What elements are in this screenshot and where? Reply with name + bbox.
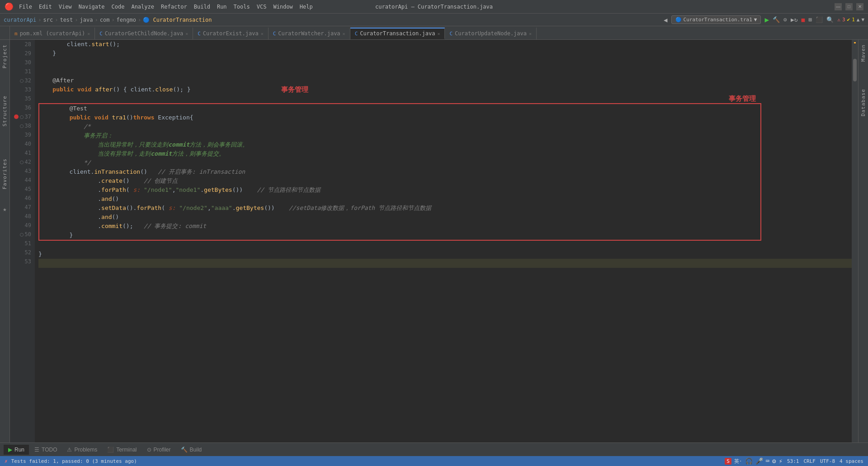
code-editor[interactable]: client.start(); } @After public void aft…: [35, 40, 852, 442]
maximize-button[interactable]: □: [845, 3, 853, 10]
bottom-tab-problems[interactable]: ⚠ Problems: [62, 445, 102, 455]
tab-close-getchild[interactable]: ✕: [185, 31, 188, 36]
coverage-icon[interactable]: ⊙: [783, 16, 787, 23]
breadcrumb-project[interactable]: curatorApi: [4, 17, 36, 23]
tab-updatenode[interactable]: C CuratorUpdateNode.java ✕: [445, 28, 537, 39]
tab-icon-transaction: C: [355, 31, 358, 37]
bottom-tab-build[interactable]: 🔨 Build: [176, 445, 207, 455]
menu-refactor[interactable]: Refactor: [161, 4, 187, 10]
vertical-scrollbar[interactable]: [852, 40, 858, 442]
settings-status-icon: ⚙: [772, 457, 776, 465]
line-43: 43: [10, 166, 32, 176]
breadcrumb-test[interactable]: test: [60, 17, 73, 23]
line-47: 47: [10, 203, 32, 212]
line-30: 30: [10, 58, 32, 67]
tab-getchild[interactable]: C CuratorGetChildNode.java ✕: [95, 28, 193, 39]
menu-vcs[interactable]: VCS: [257, 4, 267, 10]
run-tab-label: Run: [14, 447, 24, 453]
encoding[interactable]: UTF-8: [820, 458, 835, 464]
line-33: 33: [10, 85, 32, 94]
tab-close-updatenode[interactable]: ✕: [529, 31, 532, 36]
error-nav-up[interactable]: ▲: [857, 17, 860, 23]
transaction-annotation: 事务管理: [281, 85, 308, 94]
sidebar-label-maven[interactable]: Maven: [860, 44, 866, 62]
breadcrumb-class[interactable]: 🔵 CuratorTransaction: [143, 17, 212, 23]
breadcrumb-com[interactable]: com: [100, 17, 110, 23]
line-52: 52: [10, 248, 32, 257]
minimize-button[interactable]: —: [835, 3, 842, 10]
menu-navigate[interactable]: Navigate: [79, 4, 105, 10]
tab-label-updatenode: CuratorUpdateNode.java: [455, 30, 527, 37]
bottom-tab-run[interactable]: ▶ Run: [4, 445, 29, 455]
mic-icon: 🎤: [755, 457, 763, 465]
tab-label-watcher: CuratorWatcher.java: [278, 30, 340, 37]
code-line-50: }: [39, 231, 760, 240]
code-line-41: 当没有异常时，走到commit方法，则事务提交。: [39, 149, 760, 158]
menu-window[interactable]: Window: [273, 4, 292, 10]
title-bar: 🔴 File Edit View Navigate Code Analyze R…: [0, 0, 868, 14]
profiler-tab-label: Profiler: [154, 447, 171, 453]
menu-view[interactable]: View: [59, 4, 72, 10]
code-line-49: .commit(); // 事务提交: commit: [39, 222, 760, 231]
tab-watcher[interactable]: C CuratorWatcher.java ✕: [269, 28, 350, 39]
window-controls: — □ ✕: [835, 3, 863, 10]
menu-run[interactable]: Run: [217, 4, 227, 10]
run-button[interactable]: ▶: [764, 15, 769, 24]
stop-icon[interactable]: ■: [802, 16, 805, 23]
tab-close-transaction[interactable]: ✕: [437, 31, 440, 36]
tab-label-pom: pom.xml (curatorApi): [20, 30, 85, 37]
menu-help[interactable]: Help: [300, 4, 313, 10]
build-icon[interactable]: 🔨: [773, 16, 780, 23]
sidebar-label-database[interactable]: Database: [860, 89, 866, 116]
layout-icon[interactable]: ⊞: [808, 16, 812, 23]
error-indicator[interactable]: ⚠ 3 ✔ 1 ▲ ▼: [837, 17, 864, 23]
cursor-position[interactable]: 53:1: [787, 458, 799, 464]
scroll-thumb[interactable]: [853, 59, 857, 81]
menu-code[interactable]: Code: [112, 4, 125, 10]
line-50: ◯50: [10, 230, 32, 239]
code-line-37: public void tra1()throws Exception{: [39, 113, 760, 122]
breadcrumb-fengmo[interactable]: fengmo: [117, 17, 136, 23]
tab-transaction[interactable]: C CuratorTransaction.java ✕: [350, 28, 445, 39]
code-line-45: .forPath( s: "/node1","node1".getBytes()…: [39, 185, 760, 195]
window-title: curatorApi – CuratorTransaction.java: [375, 4, 493, 10]
tab-exist[interactable]: C CuratorExist.java ✕: [193, 28, 268, 39]
indent-setting[interactable]: 4 spaces: [840, 458, 863, 464]
breadcrumb-src[interactable]: src: [43, 17, 53, 23]
breadcrumb-java[interactable]: java: [80, 17, 93, 23]
tab-icon-getchild: C: [99, 31, 103, 37]
code-line-44: .create() // 创建节点: [39, 176, 760, 185]
sidebar-label-favorites[interactable]: Favorites: [2, 158, 8, 190]
warning-count: 1: [852, 17, 855, 23]
power-icon: ⚡: [778, 457, 782, 465]
frame-icon[interactable]: ⬛: [816, 16, 823, 23]
sidebar-label-project[interactable]: Project: [2, 44, 8, 68]
left-sidebar: Project Structure Favorites ★: [0, 40, 10, 442]
tab-close-watcher[interactable]: ✕: [343, 31, 345, 36]
tab-icon-exist: C: [198, 31, 201, 37]
search-icon[interactable]: 🔍: [826, 16, 834, 23]
menu-tools[interactable]: Tools: [234, 4, 250, 10]
error-nav-down[interactable]: ▼: [861, 17, 864, 23]
sidebar-label-structure[interactable]: Structure: [2, 95, 8, 127]
navigate-back-icon[interactable]: ◀: [664, 16, 667, 24]
bottom-tab-terminal[interactable]: ⬛ Terminal: [103, 445, 141, 455]
run-config-selector[interactable]: 🔵 CuratorTransaction.tra1 ▼: [671, 15, 761, 24]
favorites-star-icon: ★: [3, 205, 6, 213]
line-ending[interactable]: CRLF: [803, 458, 816, 464]
close-button[interactable]: ✕: [856, 3, 863, 10]
bottom-tab-profiler[interactable]: ⊙ Profiler: [142, 445, 175, 455]
more-run-icon[interactable]: ▶↻: [791, 16, 798, 23]
menu-edit[interactable]: Edit: [39, 4, 52, 10]
line-46: 46: [10, 194, 32, 203]
code-line-51: [38, 241, 852, 250]
bottom-tab-todo[interactable]: ☰ TODO: [30, 445, 61, 455]
tab-icon-watcher: C: [273, 31, 276, 37]
tab-pom[interactable]: m pom.xml (curatorApi) ✕: [10, 28, 95, 39]
menu-analyze[interactable]: Analyze: [131, 4, 154, 10]
menu-file[interactable]: File: [19, 4, 32, 10]
menu-build[interactable]: Build: [194, 4, 210, 10]
tab-close-exist[interactable]: ✕: [261, 31, 264, 36]
status-bar: ✗ Tests failed: 1, passed: 0 (3 minutes …: [0, 456, 868, 466]
tab-close-pom[interactable]: ✕: [87, 31, 90, 36]
